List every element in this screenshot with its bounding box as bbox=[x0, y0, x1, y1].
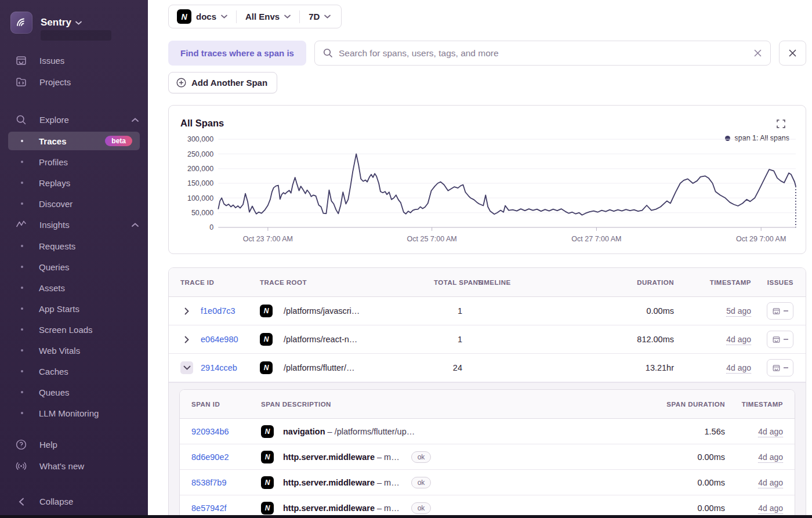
span-op: http.server.middleware bbox=[283, 503, 375, 513]
trace-row: e064e980 N /platforms/react-n… 1 812.00m… bbox=[169, 325, 806, 354]
expand-trace-button[interactable] bbox=[180, 305, 193, 317]
app-window: Sentry Issues bbox=[0, 0, 812, 518]
column-header-issues: ISSUES bbox=[751, 279, 793, 286]
svg-text:250,000: 250,000 bbox=[187, 150, 213, 158]
sidebar-item-queues[interactable]: Queues bbox=[0, 382, 148, 403]
issues-icon bbox=[772, 307, 781, 316]
bullet-icon bbox=[21, 287, 23, 289]
sidebar-group-explore[interactable]: Explore bbox=[0, 109, 148, 131]
trace-id-link[interactable]: 2914cceb bbox=[201, 363, 237, 372]
span-timestamp[interactable]: 4d ago bbox=[758, 478, 783, 488]
sidebar-item-traces[interactable]: Traces beta bbox=[0, 131, 148, 151]
trace-timestamp[interactable]: 5d ago bbox=[726, 306, 751, 317]
svg-text:300,000: 300,000 bbox=[187, 136, 213, 144]
span-timestamp[interactable]: 4d ago bbox=[758, 427, 783, 437]
chevron-left-icon bbox=[15, 495, 27, 508]
chevron-down-icon bbox=[75, 21, 82, 25]
insights-icon bbox=[15, 219, 27, 231]
chevron-up-icon bbox=[132, 118, 139, 122]
sidebar-item-label: Queries bbox=[39, 262, 70, 272]
span-timestamp[interactable]: 4d ago bbox=[758, 452, 783, 463]
span-timestamp[interactable]: 4d ago bbox=[758, 503, 783, 514]
sidebar-item-assets[interactable]: Assets bbox=[0, 277, 148, 298]
span-status-badge: ok bbox=[411, 451, 432, 463]
svg-text:50,000: 50,000 bbox=[191, 209, 213, 217]
svg-text:Oct 29 7:00 AM: Oct 29 7:00 AM bbox=[736, 235, 786, 243]
sentry-logo-icon bbox=[10, 12, 32, 34]
span-duration: 0.00ms bbox=[622, 452, 725, 462]
trace-issues-button[interactable] bbox=[767, 359, 793, 376]
sidebar-item-issues[interactable]: Issues bbox=[0, 50, 148, 71]
date-range-value: 7D bbox=[309, 12, 320, 21]
total-spans-value: 1 bbox=[434, 306, 477, 316]
sidebar: Sentry Issues bbox=[0, 0, 148, 518]
sidebar-item-projects[interactable]: Projects bbox=[0, 71, 148, 93]
sidebar-item-llm-monitoring[interactable]: LLM Monitoring bbox=[0, 403, 148, 423]
sidebar-item-label: Collapse bbox=[39, 497, 73, 506]
expand-trace-button[interactable] bbox=[180, 333, 193, 346]
org-switcher[interactable]: Sentry bbox=[0, 8, 148, 35]
bullet-icon bbox=[21, 391, 23, 393]
sidebar-item-label: What's new bbox=[39, 461, 84, 471]
span-duration: 0.00ms bbox=[622, 478, 725, 487]
trace-duration: 0.00ms bbox=[625, 306, 674, 316]
trace-timestamp[interactable]: 4d ago bbox=[726, 335, 751, 345]
nextjs-project-icon: N bbox=[260, 305, 273, 317]
span-id-link[interactable]: 8538f7b9 bbox=[191, 478, 261, 487]
date-range-selector[interactable]: 7D bbox=[309, 12, 331, 21]
sidebar-item-help[interactable]: Help bbox=[0, 434, 148, 455]
sidebar-group-insights[interactable]: Insights bbox=[0, 214, 148, 236]
chevron-right-icon bbox=[184, 336, 189, 343]
remove-span-filter-button[interactable] bbox=[779, 41, 806, 66]
span-status-badge: ok bbox=[411, 502, 432, 514]
trace-id-link[interactable]: f1e0d7c3 bbox=[201, 306, 235, 316]
collapse-trace-button[interactable] bbox=[180, 361, 193, 374]
org-name-redacted bbox=[41, 30, 111, 41]
svg-text:Oct 25 7:00 AM: Oct 25 7:00 AM bbox=[407, 235, 457, 243]
nextjs-project-icon: N bbox=[260, 361, 273, 374]
span-op: http.server.middleware bbox=[283, 478, 375, 487]
window-bottom-edge bbox=[0, 515, 812, 518]
span-row: 8d6e90e2 N http.server.middleware – m… o… bbox=[180, 444, 795, 470]
trace-id-link[interactable]: e064e980 bbox=[201, 335, 238, 344]
column-header-span-description: SPAN DESCRIPTION bbox=[261, 401, 480, 408]
span-search-input[interactable] bbox=[339, 48, 748, 59]
sidebar-item-app-starts[interactable]: App Starts bbox=[0, 298, 148, 319]
sidebar-item-screen-loads[interactable]: Screen Loads bbox=[0, 319, 148, 340]
span-id-link[interactable]: 8e57942f bbox=[191, 503, 261, 513]
sidebar-item-label: Discover bbox=[39, 199, 72, 209]
trace-timestamp[interactable]: 4d ago bbox=[726, 363, 751, 374]
sidebar-item-discover[interactable]: Discover bbox=[0, 193, 148, 214]
sidebar-item-label: Queues bbox=[39, 387, 70, 397]
sidebar-item-label: Projects bbox=[39, 77, 71, 87]
column-header-trace-id: TRACE ID bbox=[180, 279, 260, 286]
trace-root-text: /platforms/flutter/… bbox=[284, 363, 354, 372]
span-id-link[interactable]: 920934b6 bbox=[191, 427, 261, 436]
sidebar-item-replays[interactable]: Replays bbox=[0, 172, 148, 193]
sidebar-item-web-vitals[interactable]: Web Vitals bbox=[0, 340, 148, 361]
svg-text:Oct 23 7:00 AM: Oct 23 7:00 AM bbox=[243, 235, 293, 243]
sidebar-item-profiles[interactable]: Profiles bbox=[0, 151, 148, 172]
span-search-row: Find traces where a span is bbox=[168, 41, 806, 66]
chevron-down-icon bbox=[284, 15, 291, 19]
span-row: 8538f7b9 N http.server.middleware – m… o… bbox=[180, 470, 795, 495]
bullet-icon bbox=[21, 140, 23, 142]
chevron-down-icon bbox=[324, 15, 331, 19]
trace-issues-button[interactable] bbox=[767, 331, 793, 348]
project-selector[interactable]: N docs bbox=[177, 9, 227, 24]
trace-issues-button[interactable] bbox=[767, 302, 793, 320]
sidebar-item-whats-new[interactable]: What's new bbox=[0, 455, 148, 477]
nextjs-project-icon: N bbox=[261, 476, 274, 489]
org-name: Sentry bbox=[41, 17, 71, 28]
project-selector-value: docs bbox=[196, 12, 216, 21]
column-header-span-id: SPAN ID bbox=[191, 401, 261, 408]
clear-search-icon[interactable] bbox=[753, 49, 762, 57]
add-another-span-button[interactable]: Add Another Span bbox=[168, 72, 277, 93]
sidebar-collapse-button[interactable]: Collapse bbox=[0, 491, 148, 512]
environment-selector[interactable]: All Envs bbox=[245, 12, 291, 21]
span-id-link[interactable]: 8d6e90e2 bbox=[191, 452, 261, 462]
sidebar-item-requests[interactable]: Requests bbox=[0, 236, 148, 256]
bullet-icon bbox=[21, 349, 23, 352]
sidebar-item-caches[interactable]: Caches bbox=[0, 361, 148, 382]
sidebar-item-queries[interactable]: Queries bbox=[0, 256, 148, 277]
